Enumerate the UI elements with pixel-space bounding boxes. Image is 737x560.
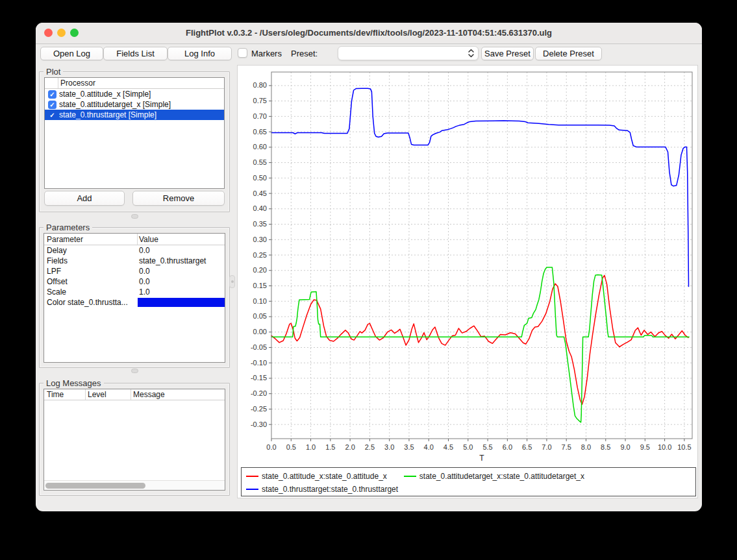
markers-checkbox[interactable] [238,48,247,58]
parameter-row[interactable]: LPF0.0 [44,266,225,276]
window-title: FlightPlot v.0.3.2 - /Users/oleg/Documen… [36,23,702,43]
level-column-header: Level [88,390,106,399]
y-tick-label: 0.55 [253,158,267,166]
field-checkbox[interactable]: ✓ [48,90,56,99]
x-tick-label: 5.5 [482,443,492,451]
flight-data-chart[interactable]: 0.00.51.01.52.02.53.03.54.04.55.05.56.06… [238,66,699,465]
field-checkbox[interactable]: ✓ [48,101,56,109]
parameters-table-header: Parameter Value [44,234,225,245]
chart-legend: state_0.attitude_x:state_0.attitude_xsta… [241,467,696,496]
x-tick-label: 8.5 [601,443,610,451]
desktop: { "window": { "title": "FlightPlot v.0.3… [0,0,737,560]
parameter-name: Offset [47,277,68,286]
parameter-row[interactable]: Scale1.0 [44,287,225,297]
log-messages-table[interactable]: Time Level Message [44,389,225,491]
log-table-header: Time Level Message [44,389,225,400]
plot-fields-table[interactable]: Processor ✓state_0.attitude_x [Simple]✓s… [44,77,225,189]
parameter-value: 0.0 [139,277,150,286]
legend-item: state_0.attitudetarget_x:state_0.attitud… [404,470,584,483]
plot-table-header: Processor [45,78,224,89]
y-tick-label: -0.30 [251,420,267,428]
save-preset-button[interactable]: Save Preset [481,47,534,60]
x-tick-label: 9.0 [620,443,630,451]
parameter-row[interactable]: Fieldsstate_0.thrusttarget [44,256,225,266]
message-column-header: Message [133,390,165,399]
time-column-header: Time [47,390,64,399]
x-tick-label: 7.5 [562,443,571,451]
parameter-name: Fields [47,256,68,265]
y-tick-label: 0.25 [253,251,267,259]
log-scrollbar-thumb[interactable] [45,483,145,489]
log-info-button[interactable]: Log Info [168,47,232,60]
parameter-name: LPF [47,267,61,276]
vertical-splitter-handle[interactable] [229,275,235,288]
processor-column-header: Processor [60,79,95,88]
add-button[interactable]: Add [44,191,125,206]
y-tick-label: -0.10 [251,359,267,367]
preset-combobox[interactable] [338,46,479,60]
x-tick-label: 2.5 [365,443,375,451]
parameter-name: Delay [47,246,67,255]
open-log-button[interactable]: Open Log [40,47,103,60]
splitter-handle-top[interactable] [131,214,138,219]
parameter-row[interactable]: Offset0.0 [44,276,225,287]
y-tick-label: -0.15 [251,374,267,382]
plot-panel: Plot Processor ✓state_0.attitude_x [Simp… [39,71,230,212]
x-tick-label: 3.0 [384,443,394,451]
x-axis-label: T [479,454,484,463]
y-tick-label: 0.10 [253,297,267,305]
x-tick-label: 6.5 [522,443,532,451]
combobox-stepper-icon[interactable] [467,48,475,58]
plot-field-row[interactable]: ✓state_0.attitudetarget_x [Simple] [45,99,224,110]
y-tick-label: 0.70 [253,112,267,120]
x-tick-label: 9.5 [640,443,650,451]
x-tick-label: 0.5 [286,443,296,451]
y-tick-label: 0.20 [253,266,267,274]
y-tick-label: 0.30 [253,236,267,243]
field-label: state_0.thrusttarget [Simple] [59,110,156,119]
title-bar[interactable]: FlightPlot v.0.3.2 - /Users/oleg/Documen… [36,23,702,44]
parameters-table[interactable]: Parameter Value Delay0.0Fieldsstate_0.th… [44,233,225,363]
y-tick-label: 0.65 [253,128,267,136]
y-tick-label: 0.00 [253,328,267,335]
log-messages-panel-title: Log Messages [44,378,104,388]
legend-label: state_0.attitudetarget_x:state_0.attitud… [419,472,584,481]
x-tick-label: 8.0 [581,443,591,451]
delete-preset-button[interactable]: Delete Preset [535,47,602,60]
parameters-panel: Parameters Parameter Value Delay0.0Field… [39,227,230,368]
preset-label: Preset: [291,49,318,58]
log-messages-panel: Log Messages Time Level Message [39,383,230,496]
x-tick-label: 10.5 [677,443,691,451]
chart-panel: 0.00.51.01.52.02.53.03.54.04.55.05.56.06… [237,65,698,498]
x-tick-label: 0.0 [266,443,276,451]
x-tick-label: 10.0 [658,443,671,451]
y-tick-label: 0.60 [253,143,267,151]
parameter-row[interactable]: Delay0.0 [44,245,225,256]
y-tick-label: 0.80 [253,81,267,89]
color-swatch[interactable] [138,298,225,307]
x-tick-label: 2.0 [345,443,355,451]
splitter-handle-bottom[interactable] [131,369,138,373]
parameter-column-header: Parameter [47,235,83,244]
y-tick-label: 0.35 [253,220,267,228]
x-tick-label: 3.5 [404,443,414,451]
x-tick-label: 1.5 [325,443,335,451]
fields-list-button[interactable]: Fields List [103,47,168,60]
parameter-name: Scale [47,287,66,297]
parameters-panel-title: Parameters [44,223,92,232]
field-checkbox[interactable]: ✓ [48,111,56,119]
value-column-header: Value [139,235,158,244]
parameter-value: 0.0 [139,246,150,255]
legend-label: state_0.thrusttarget:state_0.thrusttarge… [262,485,398,494]
y-tick-label: 0.05 [253,312,267,320]
remove-button[interactable]: Remove [132,191,225,206]
plot-panel-title: Plot [44,67,63,77]
y-tick-label: 0.40 [253,204,267,212]
plot-field-row[interactable]: ✓state_0.thrusttarget [Simple] [45,110,224,120]
legend-line-sample [246,489,258,490]
y-tick-label: 0.45 [253,189,267,197]
plot-field-row[interactable]: ✓state_0.attitude_x [Simple] [45,89,224,99]
parameter-color-row[interactable]: Color state_0.thrustta... [44,297,225,308]
log-horizontal-scrollbar[interactable] [44,480,225,490]
legend-label: state_0.attitude_x:state_0.attitude_x [262,472,387,481]
